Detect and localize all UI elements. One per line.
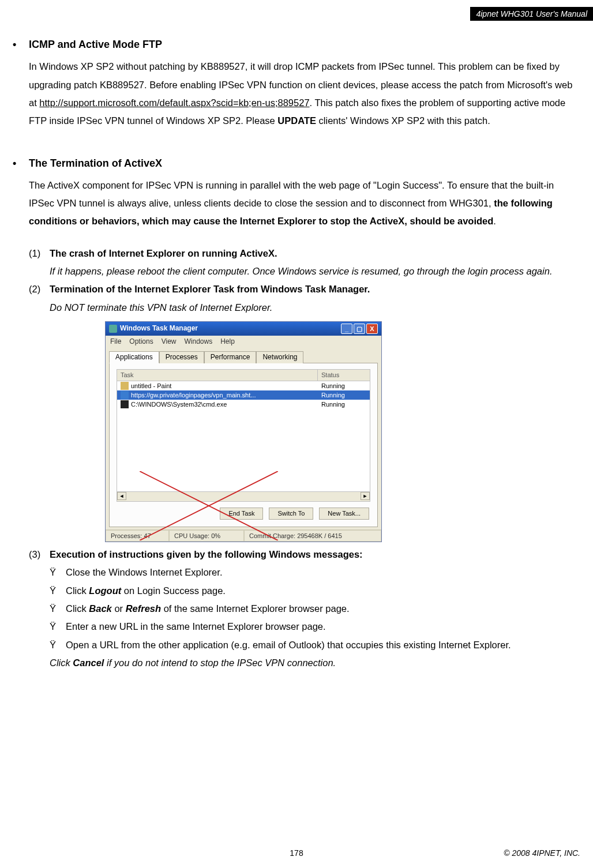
- section-paragraph: In Windows XP SP2 without patching by KB…: [29, 58, 580, 130]
- text: on Login Success page.: [121, 585, 226, 596]
- menu-item[interactable]: Options: [129, 337, 153, 347]
- menu-item[interactable]: File: [110, 337, 121, 347]
- maximize-button[interactable]: ▢: [354, 324, 365, 334]
- section-heading: •The Termination of ActiveX: [13, 153, 580, 173]
- list-item: (1) The crash of Internet Explorer on ru…: [29, 245, 580, 281]
- page-footer: 178 © 2008 4IPNET, INC.: [0, 848, 593, 858]
- text: if you do not intend to stop the IPSec V…: [104, 657, 336, 668]
- text: of the same Internet Explorer browser pa…: [161, 603, 350, 614]
- text: Click: [66, 585, 89, 596]
- button-row: End Task Switch To New Task...: [117, 502, 370, 520]
- sub-text: Enter a new URL in the same Internet Exp…: [66, 618, 580, 636]
- tab-processes[interactable]: Processes: [159, 351, 204, 364]
- page-number: 178: [290, 848, 303, 858]
- item-number: (1): [29, 245, 50, 281]
- text: Click: [66, 603, 89, 614]
- section-icmp: •ICMP and Active Mode FTP In Windows XP …: [13, 35, 580, 130]
- minimize-button[interactable]: _: [341, 324, 352, 334]
- statusbar: Processes: 47 CPU Usage: 0% Commit Charg…: [106, 529, 381, 542]
- col-task[interactable]: Task: [117, 370, 318, 380]
- status-cpu: CPU Usage: 0%: [169, 530, 244, 542]
- menubar: File Options View Windows Help: [106, 336, 381, 348]
- tab-performance[interactable]: Performance: [204, 351, 257, 364]
- status-processes: Processes: 47: [106, 530, 169, 542]
- section-activex: •The Termination of ActiveX The ActiveX …: [13, 153, 580, 672]
- copyright: © 2008 4IPNET, INC.: [504, 848, 580, 858]
- note: Click Cancel if you do not intend to sto…: [50, 654, 580, 672]
- table-row[interactable]: untitled - Paint Running: [117, 381, 370, 390]
- refresh-bold: Refresh: [126, 603, 161, 614]
- paint-icon: [121, 382, 129, 390]
- tab-panel: Task Status untitled - Paint Running htt…: [109, 363, 378, 527]
- window-titlebar: Windows Task Manager _ ▢ X: [106, 322, 381, 336]
- bullet-icon: Ÿ: [50, 618, 66, 636]
- item-number: (3): [29, 546, 50, 563]
- menu-item[interactable]: Windows: [185, 337, 213, 347]
- menu-item[interactable]: View: [162, 337, 177, 347]
- list-header: Task Status: [117, 370, 370, 381]
- task-status: Running: [321, 382, 366, 390]
- task-name: https://gw.private/loginpages/vpn_main.s…: [131, 391, 321, 399]
- bullet-icon: Ÿ: [50, 600, 66, 618]
- tab-applications[interactable]: Applications: [109, 351, 159, 364]
- text: .: [493, 216, 496, 226]
- document-body: •ICMP and Active Mode FTP In Windows XP …: [0, 0, 593, 672]
- sub-text: Close the Windows Internet Explorer.: [66, 563, 580, 581]
- bullet-icon: Ÿ: [50, 563, 66, 581]
- item-title: The crash of Internet Explorer on runnin…: [50, 245, 580, 262]
- header-bar: 4ipnet WHG301 User's Manual: [470, 7, 593, 21]
- numbered-list-continued: (3) Execution of instructions given by t…: [29, 546, 580, 672]
- update-bold: UPDATE: [277, 115, 316, 126]
- numbered-list: (1) The crash of Internet Explorer on ru…: [29, 245, 580, 317]
- item-body: Do NOT terminate this VPN task of Intern…: [50, 299, 580, 317]
- text: Click: [50, 657, 73, 668]
- end-task-button[interactable]: End Task: [220, 508, 263, 519]
- tab-networking[interactable]: Networking: [256, 351, 303, 364]
- text: or: [112, 603, 126, 614]
- h-scrollbar[interactable]: ◄ ►: [117, 491, 370, 501]
- new-task-button[interactable]: New Task...: [319, 508, 369, 519]
- app-icon: [109, 325, 117, 333]
- table-row[interactable]: C:\WINDOWS\System32\cmd.exe Running: [117, 400, 370, 409]
- task-name: C:\WINDOWS\System32\cmd.exe: [131, 400, 321, 408]
- status-commit: Commit Charge: 295468K / 6415: [244, 530, 381, 542]
- col-status[interactable]: Status: [318, 370, 370, 380]
- taskmgr-window: Windows Task Manager _ ▢ X File Options …: [105, 321, 382, 542]
- logout-bold: Logout: [89, 585, 121, 596]
- text: clients' Windows XP SP2 with this patch.: [316, 115, 490, 126]
- scroll-right-icon[interactable]: ►: [361, 492, 370, 500]
- scroll-left-icon[interactable]: ◄: [117, 492, 126, 500]
- close-button[interactable]: X: [366, 324, 378, 334]
- bullet-icon: •: [13, 153, 29, 173]
- sub-item: Ÿ Close the Windows Internet Explorer.: [50, 563, 580, 581]
- sub-item: Ÿ Click Back or Refresh of the same Inte…: [50, 600, 580, 618]
- heading-text: ICMP and Active Mode FTP: [29, 39, 162, 50]
- item-title: Execution of instructions given by the f…: [50, 546, 580, 563]
- window-title: Windows Task Manager: [120, 324, 341, 333]
- ie-icon: [121, 391, 129, 399]
- menu-item[interactable]: Help: [220, 337, 235, 347]
- item-title: Termination of the Internet Explorer Tas…: [50, 280, 580, 298]
- task-status: Running: [321, 391, 366, 399]
- heading-text: The Termination of ActiveX: [29, 157, 162, 169]
- bullet-icon: Ÿ: [50, 636, 66, 654]
- text: The ActiveX component for IPSec VPN is r…: [29, 180, 554, 208]
- section-paragraph: The ActiveX component for IPSec VPN is r…: [29, 176, 580, 231]
- switch-to-button[interactable]: Switch To: [269, 508, 313, 519]
- sub-text: Open a URL from the other application (e…: [66, 636, 580, 654]
- patch-link[interactable]: http://support.microsoft.com/default.asp…: [39, 97, 309, 108]
- table-row[interactable]: https://gw.private/loginpages/vpn_main.s…: [117, 390, 370, 400]
- sub-item: Ÿ Enter a new URL in the same Internet E…: [50, 618, 580, 636]
- cancel-bold: Cancel: [73, 657, 104, 668]
- taskmgr-screenshot: Windows Task Manager _ ▢ X File Options …: [105, 321, 382, 542]
- back-bold: Back: [89, 603, 111, 614]
- task-status: Running: [321, 400, 366, 408]
- sub-item: Ÿ Open a URL from the other application …: [50, 636, 580, 654]
- bullet-icon: Ÿ: [50, 582, 66, 600]
- item-body: If it happens, please reboot the client …: [50, 262, 580, 280]
- task-list: Task Status untitled - Paint Running htt…: [117, 369, 370, 502]
- item-number: (2): [29, 280, 50, 317]
- list-item: (2) Termination of the Internet Explorer…: [29, 280, 580, 317]
- bullet-icon: •: [13, 35, 29, 54]
- sub-item: Ÿ Click Logout on Login Success page.: [50, 582, 580, 600]
